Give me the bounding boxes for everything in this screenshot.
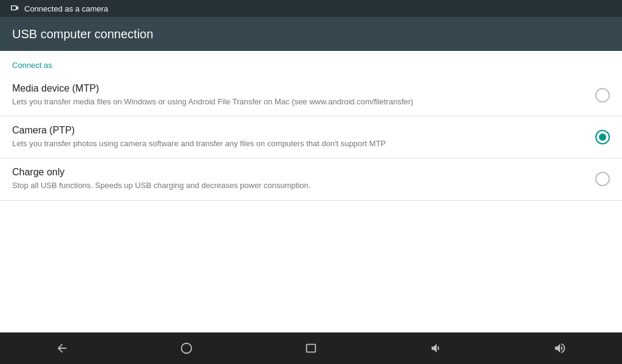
option-charge[interactable]: Charge only Stop all USB functions. Spee… (0, 158, 622, 200)
option-ptp-desc: Lets you transfer photos using camera so… (12, 138, 588, 149)
option-charge-desc: Stop all USB functions. Speeds up USB ch… (12, 180, 588, 191)
title-bar: USB computer connection (0, 17, 622, 51)
option-mtp-desc: Lets you transfer media files on Windows… (12, 96, 588, 107)
volume-up-button[interactable] (542, 332, 578, 364)
option-mtp-title: Media device (MTP) (12, 83, 588, 94)
back-button[interactable] (44, 332, 80, 364)
svg-rect-1 (307, 345, 316, 352)
nav-bar (0, 332, 622, 364)
option-mtp[interactable]: Media device (MTP) Lets you transfer med… (0, 75, 622, 116)
usb-camera-icon (10, 3, 19, 15)
svg-point-0 (182, 343, 192, 354)
option-ptp-text: Camera (PTP) Lets you transfer photos us… (12, 125, 588, 149)
radio-charge[interactable] (595, 172, 610, 186)
content-area: Connect as Media device (MTP) Lets you t… (0, 51, 622, 332)
option-mtp-text: Media device (MTP) Lets you transfer med… (12, 83, 588, 107)
option-charge-text: Charge only Stop all USB functions. Spee… (12, 167, 588, 191)
volume-down-button[interactable] (417, 332, 454, 364)
option-ptp[interactable]: Camera (PTP) Lets you transfer photos us… (0, 116, 622, 158)
page-title: USB computer connection (12, 27, 153, 41)
home-button[interactable] (168, 332, 205, 364)
option-ptp-title: Camera (PTP) (12, 125, 588, 136)
option-charge-title: Charge only (12, 167, 588, 178)
status-text: Connected as a camera (24, 4, 108, 13)
radio-mtp[interactable] (595, 88, 610, 103)
status-bar: Connected as a camera (0, 0, 622, 17)
recents-button[interactable] (293, 332, 329, 364)
section-header: Connect as (0, 51, 622, 75)
radio-ptp[interactable] (595, 130, 610, 144)
